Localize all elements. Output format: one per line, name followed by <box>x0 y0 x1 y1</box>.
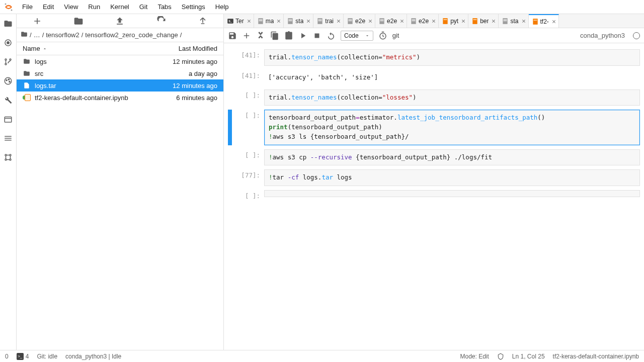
menu-help[interactable]: Help <box>210 1 234 13</box>
close-icon[interactable] <box>275 18 282 25</box>
code-cell[interactable]: [77]:!tar -cf logs.tar logs <box>228 169 640 186</box>
status-left1[interactable]: 0 <box>5 353 9 360</box>
refresh-icon[interactable] <box>156 16 167 26</box>
git-clone-icon[interactable] <box>198 16 208 26</box>
close-icon[interactable] <box>520 18 527 25</box>
menu-view[interactable]: View <box>59 1 83 13</box>
tab[interactable]: e2e <box>407 14 439 28</box>
notebook[interactable]: [41]:trial.tensor_names(collection="metr… <box>224 43 644 350</box>
tab-file-icon <box>471 18 478 25</box>
kernel-name[interactable]: conda_python3 <box>580 32 625 39</box>
breadcrumb-seg[interactable]: / <box>30 31 32 39</box>
save-icon[interactable] <box>228 31 237 40</box>
tabs-icon[interactable] <box>3 114 14 125</box>
close-icon[interactable] <box>430 18 437 25</box>
svg-rect-19 <box>259 19 262 20</box>
restart-icon[interactable] <box>327 31 336 40</box>
close-icon[interactable] <box>367 18 374 25</box>
tab[interactable]: sta <box>284 14 313 28</box>
tab[interactable]: ma <box>254 14 284 28</box>
menu-tabs[interactable]: Tabs <box>152 1 176 13</box>
list-icon[interactable] <box>3 133 14 144</box>
code-cell[interactable]: [ ]:tensorboard_output_path=estimator.la… <box>228 110 640 145</box>
status-kernel[interactable]: conda_python3 | Idle <box>65 353 121 360</box>
close-icon[interactable] <box>246 18 253 25</box>
stop-icon[interactable] <box>312 31 321 40</box>
paste-icon[interactable] <box>284 31 293 40</box>
menu-settings[interactable]: Settings <box>177 1 210 13</box>
status-cursor[interactable]: Ln 1, Col 25 <box>512 353 545 360</box>
wrench-icon[interactable] <box>3 95 14 106</box>
activity-bar <box>0 14 17 350</box>
file-row[interactable]: logs.tar12 minutes ago <box>17 79 223 92</box>
svg-point-0 <box>5 3 7 5</box>
tab[interactable]: ber <box>468 14 499 28</box>
file-list: logs12 minutes agosrca day agologs.tar12… <box>17 55 223 350</box>
git-label[interactable]: git <box>392 32 399 39</box>
cell-code[interactable]: trial.tensor_names(collection="metrics") <box>264 49 640 66</box>
close-icon[interactable] <box>490 18 497 25</box>
file-row[interactable]: tf2-keras-default-container.ipynb6 minut… <box>17 92 223 104</box>
run-icon[interactable] <box>298 31 307 40</box>
code-cell[interactable]: [41]:trial.tensor_names(collection="metr… <box>228 49 640 66</box>
cut-icon[interactable] <box>256 31 265 40</box>
file-row[interactable]: srca day ago <box>17 67 223 79</box>
file-browser: / … / tensorflow2 / tensorflow2_zero_cod… <box>17 14 224 350</box>
menu-git[interactable]: Git <box>134 1 153 13</box>
status-filename[interactable]: tf2-keras-default-container.ipynb <box>553 353 639 360</box>
cell-output: ['accuracy', 'batch', 'size'] <box>264 70 640 85</box>
cell-code[interactable]: !aws s3 cp --recursive {tensorboard_outp… <box>264 149 640 166</box>
menu-file[interactable]: File <box>17 1 38 13</box>
celltype-select[interactable]: Code <box>341 31 373 41</box>
tab[interactable]: tf2- <box>529 14 559 28</box>
tab-file-icon <box>502 18 509 25</box>
new-launcher-icon[interactable] <box>32 16 42 26</box>
cell-code[interactable]: !tar -cf logs.tar logs <box>264 169 640 186</box>
cell-code[interactable] <box>264 190 640 197</box>
new-folder-icon[interactable] <box>73 16 84 26</box>
file-row[interactable]: logs12 minutes ago <box>17 55 223 67</box>
breadcrumb[interactable]: / … / tensorflow2 / tensorflow2_zero_cod… <box>17 28 223 42</box>
copy-icon[interactable] <box>270 31 279 40</box>
code-cell[interactable]: [ ]:!aws s3 cp --recursive {tensorboard_… <box>228 149 640 166</box>
svg-point-9 <box>8 79 9 80</box>
close-icon[interactable] <box>305 18 312 25</box>
tab[interactable]: $_Ter <box>224 14 254 28</box>
menu-edit[interactable]: Edit <box>38 1 59 13</box>
menu-run[interactable]: Run <box>83 1 105 13</box>
upload-icon[interactable] <box>115 16 125 26</box>
close-icon[interactable] <box>398 18 406 25</box>
status-terminal[interactable]: >_4 <box>17 353 29 360</box>
code-cell[interactable]: [ ]:trial.tensor_names(collection="losse… <box>228 89 640 106</box>
breadcrumb-seg[interactable]: … <box>34 31 40 39</box>
breadcrumb-seg[interactable]: tensorflow2_zero_code_change <box>85 31 178 39</box>
status-mode[interactable]: Mode: Edit <box>460 353 489 360</box>
target-icon[interactable] <box>3 37 14 48</box>
status-git[interactable]: Git: idle <box>37 353 57 360</box>
column-name[interactable]: Name <box>23 45 40 52</box>
close-icon[interactable] <box>460 18 467 25</box>
svg-rect-11 <box>5 117 12 123</box>
trust-icon[interactable] <box>497 353 504 360</box>
flow-icon[interactable] <box>3 152 14 163</box>
tab[interactable]: trai <box>313 14 344 28</box>
code-cell[interactable]: [ ]: <box>228 190 640 200</box>
close-icon[interactable] <box>335 18 342 25</box>
cell-code[interactable]: tensorboard_output_path=estimator.latest… <box>264 110 640 145</box>
close-icon[interactable] <box>550 18 557 25</box>
add-cell-icon[interactable] <box>242 31 251 40</box>
tab[interactable]: e2e <box>375 14 407 28</box>
output-cell[interactable]: [41]:['accuracy', 'batch', 'size'] <box>228 70 640 85</box>
palette-icon[interactable] <box>3 75 14 86</box>
cell-code[interactable]: trial.tensor_names(collection="losses") <box>264 89 640 106</box>
column-modified[interactable]: Last Modified <box>179 45 217 52</box>
folder-icon[interactable] <box>3 18 14 29</box>
git-branch-icon[interactable] <box>3 56 14 67</box>
menu-kernel[interactable]: Kernel <box>105 1 134 13</box>
timer-icon[interactable] <box>378 31 387 40</box>
tab[interactable]: e2e <box>344 14 375 28</box>
kernel-status-icon[interactable] <box>633 32 640 39</box>
tab[interactable]: sta <box>499 14 528 28</box>
breadcrumb-seg[interactable]: tensorflow2 <box>46 31 79 39</box>
tab[interactable]: pyt <box>439 14 468 28</box>
